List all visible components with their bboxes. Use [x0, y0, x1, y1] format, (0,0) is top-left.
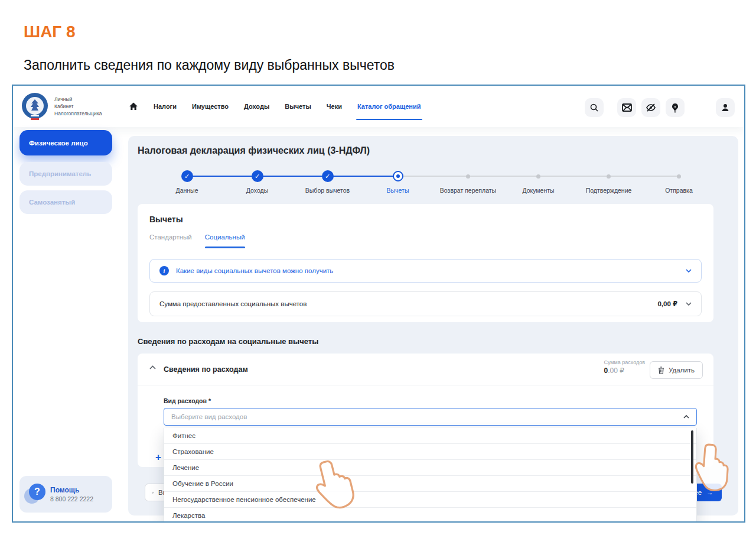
help-card[interactable]: ? Помощь 8 800 222 2222 [19, 476, 112, 513]
expenses-card-header: Сведения по расходам Сумма расходов 0.00… [138, 354, 713, 385]
fns-logo [19, 91, 50, 122]
nav-item-katalog-obrashcheniy[interactable]: Каталог обращений [357, 103, 421, 110]
step-otpravka: Отправка [644, 170, 714, 194]
step-vybor-vychetov[interactable]: ✓ Выбор вычетов [292, 170, 363, 194]
option-lekarstva[interactable]: Лекарства [164, 507, 696, 523]
messages-button[interactable] [617, 98, 636, 117]
deductions-heading: Вычеты [149, 215, 183, 224]
provided-deductions-label: Сумма предоставленных социальных вычетов [159, 300, 657, 307]
active-nav-underline [356, 119, 422, 120]
sidebar-item-label: Предприниматель [29, 170, 91, 177]
step-vychety[interactable]: Вычеты [363, 170, 433, 194]
tab-standartnyy[interactable]: Стандартный [149, 234, 192, 241]
nav-item-imushchestvo[interactable]: Имущество [192, 103, 229, 110]
todo-step-icon [607, 174, 611, 179]
brand-title: Личный Кабинет Налогоплательщика [54, 96, 102, 117]
current-step-icon [393, 171, 403, 181]
help-title: Помощь [50, 486, 93, 494]
tips-button[interactable] [666, 98, 685, 117]
declaration-title: Налоговая декларация физических лиц (3-Н… [138, 145, 370, 156]
expenses-card-title: Сведения по расходам [164, 365, 248, 374]
help-phone: 8 800 222 2222 [50, 495, 93, 502]
expenses-section-heading: Сведения по расходам на социальные вычет… [138, 337, 318, 346]
chevron-down-icon [686, 269, 692, 273]
mail-icon [622, 103, 632, 112]
sidebar-item-label: Физическое лицо [29, 140, 88, 147]
step-podtverzhdenie: Подтверждение [573, 170, 644, 194]
expense-type-dropdown: Фитнес Страхование Лечение Обучение в Ро… [164, 428, 697, 523]
search-button[interactable] [585, 98, 604, 117]
tab-sotsialnyy[interactable]: Социальный [205, 234, 245, 241]
option-npo[interactable]: Негосударственное пенсионное обеспечение [164, 491, 696, 507]
step-vozvrat-pereplaty: Возврат переплаты [433, 170, 503, 194]
info-link-text: Какие виды социальных вычетов можно полу… [176, 267, 679, 274]
lightbulb-icon [671, 103, 679, 113]
nav-item-nalogi[interactable]: Налоги [154, 103, 177, 110]
eye-off-icon [646, 103, 656, 112]
provided-deductions-accordion[interactable]: Сумма предоставленных социальных вычетов… [149, 291, 702, 316]
expenses-amount-caption: Сумма расходов [604, 359, 645, 365]
add-expense-button[interactable]: + [155, 452, 161, 463]
top-navigation-bar: Личный Кабинет Налогоплательщика Налоги … [13, 86, 744, 127]
option-lechenie[interactable]: Лечение [164, 459, 696, 475]
question-icon: ? [24, 484, 45, 505]
step-dokumenty: Документы [503, 170, 573, 194]
step-dokhody[interactable]: ✓ Доходы [222, 170, 292, 194]
active-tab-underline [205, 247, 245, 248]
info-accordion[interactable]: i Какие виды социальных вычетов можно по… [149, 259, 702, 283]
progress-stepper: ✓ Данные ✓ Доходы ✓ Выбор вычетов Вычеты [152, 170, 714, 200]
todo-step-icon [466, 174, 470, 179]
main-nav: Налоги Имущество Доходы Вычеты Чеки Ката… [129, 86, 421, 127]
arrow-right-icon: → [706, 489, 713, 496]
expenses-amount: Сумма расходов 0.00 ₽ [604, 359, 645, 375]
chevron-up-icon[interactable] [149, 365, 156, 369]
user-icon [721, 103, 730, 112]
chevron-up-icon[interactable] [683, 415, 689, 419]
step-heading: ШАГ 8 [24, 22, 76, 41]
check-icon: ✓ [181, 170, 193, 182]
sidebar-item-label: Самозанятый [29, 199, 75, 206]
expense-type-label: Вид расходов * [164, 397, 211, 404]
sidebar-item-predprinimatel[interactable]: Предприниматель [19, 162, 112, 186]
chevron-down-icon [686, 302, 692, 306]
expense-type-input[interactable] [164, 413, 683, 420]
home-icon[interactable] [129, 102, 138, 111]
nav-item-vychety[interactable]: Вычеты [285, 103, 311, 110]
hide-data-button[interactable] [641, 98, 660, 117]
expense-type-combobox[interactable] [164, 408, 697, 426]
delete-button[interactable]: Удалить [650, 361, 703, 379]
dropdown-scrollbar[interactable] [691, 430, 693, 484]
todo-step-icon [536, 174, 540, 179]
sidebar-item-fizicheskoe-lico[interactable]: Физическое лицо [19, 130, 112, 155]
check-icon: ✓ [252, 170, 263, 182]
option-obuchenie-v-rossii[interactable]: Обучение в России [164, 475, 696, 491]
step-description: Заполнить сведения по каждому виду выбра… [24, 57, 395, 73]
trash-icon [658, 367, 664, 374]
check-icon: ✓ [322, 170, 334, 182]
deductions-card: Вычеты Стандартный Социальный i Какие ви… [138, 204, 713, 322]
option-fitnes[interactable]: Фитнес [164, 428, 696, 443]
search-icon [589, 103, 599, 112]
provided-deductions-value: 0,00 ₽ [657, 300, 677, 308]
option-strakhovanie[interactable]: Страхование [164, 443, 696, 459]
sidebar-item-samozanyatyy[interactable]: Самозанятый [19, 190, 112, 214]
todo-step-icon [677, 174, 681, 179]
screenshot-frame: Личный Кабинет Налогоплательщика Налоги … [12, 85, 745, 523]
deduction-tabs: Стандартный Социальный [149, 234, 245, 241]
nav-item-cheki[interactable]: Чеки [327, 103, 342, 110]
info-icon: i [159, 266, 169, 275]
nav-item-dokhody[interactable]: Доходы [244, 103, 269, 110]
profile-button[interactable] [716, 98, 735, 117]
step-dannye[interactable]: ✓ Данные [152, 170, 222, 194]
logout-icon [152, 489, 154, 497]
